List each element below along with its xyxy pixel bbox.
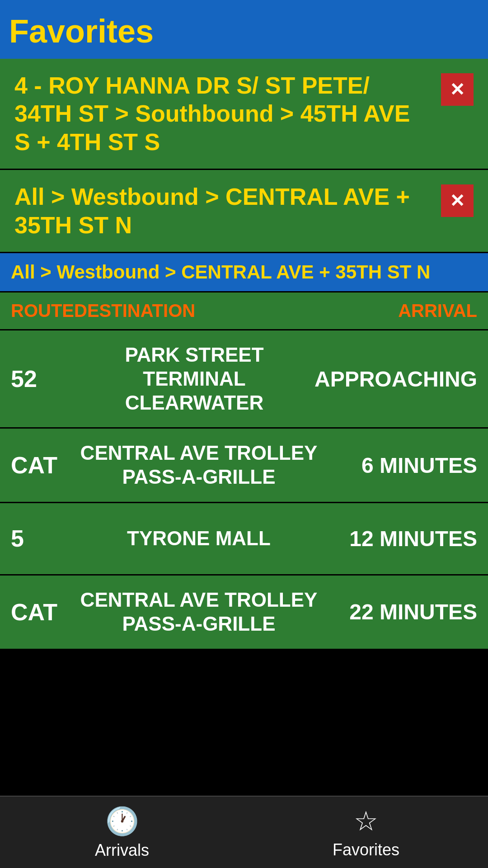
route-number: 52: [11, 365, 74, 392]
favorite-card-1-text: 4 - ROY HANNA DR S/ ST PETE/ 34TH ST > S…: [14, 71, 441, 156]
arrival-time: 12 MINUTES: [324, 526, 477, 551]
table-header: ROUTEDESTINATION ARRIVAL: [0, 292, 488, 330]
page-wrapper: Favorites 4 - ROY HANNA DR S/ ST PETE/ 3…: [0, 0, 488, 868]
table-row[interactable]: CAT CENTRAL AVE TROLLEY PASS-A-GRILLE 22…: [0, 576, 488, 650]
header: Favorites: [0, 0, 488, 59]
selected-favorite-text: All > Westbound > CENTRAL AVE + 35TH ST …: [11, 261, 477, 283]
column-header-arrival: ARRIVAL: [195, 301, 477, 321]
selected-favorite-breadcrumb: All > Westbound > CENTRAL AVE + 35TH ST …: [0, 253, 488, 292]
main-content: 4 - ROY HANNA DR S/ ST PETE/ 34TH ST > S…: [0, 59, 488, 868]
arrival-time: 22 MINUTES: [324, 599, 477, 624]
destination: TYRONE MALL: [74, 527, 324, 551]
arrival-time: APPROACHING: [314, 367, 477, 392]
table-row[interactable]: CAT CENTRAL AVE TROLLEY PASS-A-GRILLE 6 …: [0, 429, 488, 503]
nav-item-arrivals[interactable]: 🕐 Arrivals: [0, 797, 244, 868]
page-title: Favorites: [9, 13, 479, 50]
star-icon: ☆: [354, 805, 378, 837]
route-number: 5: [11, 525, 74, 552]
nav-item-favorites[interactable]: ☆ Favorites: [244, 797, 488, 868]
arrival-time: 6 MINUTES: [324, 453, 477, 478]
delete-favorite-1-button[interactable]: ✕: [441, 73, 474, 106]
nav-label-favorites: Favorites: [333, 840, 399, 859]
destination: CENTRAL AVE TROLLEY PASS-A-GRILLE: [74, 588, 324, 636]
destination: PARK STREET TERMINAL CLEARWATER: [74, 343, 314, 415]
nav-label-arrivals: Arrivals: [95, 841, 149, 860]
table-row[interactable]: 5 TYRONE MALL 12 MINUTES: [0, 503, 488, 576]
favorite-card-1[interactable]: 4 - ROY HANNA DR S/ ST PETE/ 34TH ST > S…: [0, 59, 488, 170]
table-row[interactable]: 52 PARK STREET TERMINAL CLEARWATER APPRO…: [0, 330, 488, 429]
route-number: CAT: [11, 599, 74, 626]
route-number: CAT: [11, 452, 74, 479]
favorite-card-2-text: All > Westbound > CENTRAL AVE + 35TH ST …: [14, 183, 441, 239]
favorite-card-2[interactable]: All > Westbound > CENTRAL AVE + 35TH ST …: [0, 170, 488, 253]
bottom-nav: 🕐 Arrivals ☆ Favorites: [0, 796, 488, 868]
destination: CENTRAL AVE TROLLEY PASS-A-GRILLE: [74, 441, 324, 489]
column-header-route: ROUTEDESTINATION: [11, 301, 195, 321]
delete-favorite-2-button[interactable]: ✕: [441, 184, 474, 217]
clock-icon: 🕐: [105, 805, 139, 837]
